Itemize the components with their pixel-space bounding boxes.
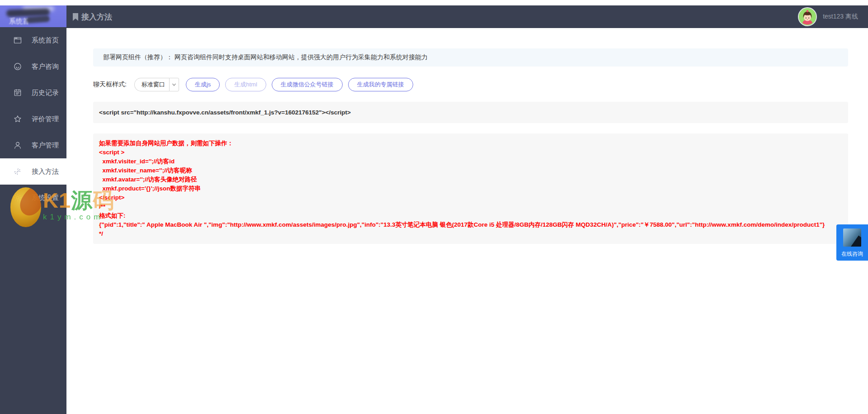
connect-icon: [13, 167, 22, 176]
code-line: */: [99, 229, 842, 238]
sidebar-item-reviews[interactable]: 评价管理: [0, 106, 66, 132]
consult-label: 在线咨询: [841, 250, 863, 258]
chat-style-row: 聊天框样式: 标准窗口 生成js 生成html 生成微信公众号链接 生成我的专属…: [93, 78, 848, 91]
logo-censor-smudge2: [26, 15, 50, 24]
code-line: 格式如下:: [99, 211, 842, 220]
page-title-text: 接入方法: [81, 12, 112, 22]
page-title: 接入方法: [72, 12, 112, 22]
code-line: </script>: [99, 193, 842, 202]
sidebar-item-home[interactable]: 系统首页: [0, 27, 66, 53]
code-line: xmkf.visiter_id='';//访客id: [99, 157, 842, 166]
gear-icon: [13, 193, 22, 202]
top-strip: [0, 0, 868, 5]
user-status[interactable]: test123 离线: [823, 13, 858, 21]
generate-html-button[interactable]: 生成html: [225, 78, 266, 91]
sidebar-item-label: 客户咨询: [32, 62, 59, 71]
consult-thumbnail-image: [843, 228, 861, 247]
window-icon: [13, 36, 22, 45]
notebook-icon: [13, 88, 22, 97]
logo-area: 系统首: [0, 5, 66, 27]
bookmark-icon: [72, 13, 79, 21]
code-line: xmkf.avatar='';//访客头像绝对路径: [99, 175, 842, 184]
sidebar-item-label: 系统首页: [32, 36, 59, 45]
generate-exclusive-link-button[interactable]: 生成我的专属链接: [348, 78, 413, 91]
person-icon: [13, 141, 22, 150]
header-bar: 接入方法 test123 离线: [66, 5, 868, 28]
chat-style-select[interactable]: 标准窗口: [134, 78, 179, 91]
code-line: /**: [99, 202, 842, 211]
sidebar-item-label: 历史记录: [32, 89, 59, 97]
avatar[interactable]: [798, 7, 817, 26]
sidebar-item-settings[interactable]: 系统设置: [0, 185, 66, 211]
instructions-code-box: 如果需要添加自身网站用户数据，则需如下操作： <script > xmkf.vi…: [93, 133, 848, 244]
app-container: 系统首 系统首页 客户咨询 历史记录: [0, 5, 868, 414]
main-content: 部署网页组件（推荐）： 网页咨询组件同时支持桌面网站和移动网站，提供强大的用户行…: [66, 28, 868, 414]
page: { "colors": { "sidebar_bg": "#3a4052", "…: [0, 0, 868, 414]
code-line: {"pid":1,"title":" Apple MacBook Air ","…: [99, 220, 842, 229]
header-user-area: test123 离线: [798, 7, 858, 26]
right-pane: 接入方法 test123 离线: [66, 5, 868, 414]
generate-wechat-link-button[interactable]: 生成微信公众号链接: [272, 78, 343, 91]
star-icon: [13, 114, 22, 124]
sidebar-item-customers[interactable]: 客户管理: [0, 132, 66, 158]
code-line: <script >: [99, 148, 842, 157]
chevron-down-icon: [169, 78, 179, 91]
code-line: 如果需要添加自身网站用户数据，则需如下操作：: [99, 139, 842, 148]
sidebar-item-label: 客户管理: [32, 141, 59, 150]
chat-style-label: 聊天框样式:: [93, 81, 127, 89]
smiley-icon: [13, 62, 22, 71]
sidebar-item-label: 评价管理: [32, 115, 59, 124]
sidebar: 系统首 系统首页 客户咨询 历史记录: [0, 5, 66, 414]
embed-code-box: <script src="http://kanshu.fxpovve.cn/as…: [93, 102, 848, 123]
sidebar-item-access-method[interactable]: 接入方法: [0, 158, 66, 185]
chat-style-selected-value: 标准窗口: [134, 78, 169, 91]
sidebar-menu: 系统首页 客户咨询 历史记录 评价管理: [0, 27, 66, 211]
code-line: xmkf.visiter_name='';//访客昵称: [99, 166, 842, 175]
sidebar-item-label: 系统设置: [32, 194, 59, 202]
code-line: xmkf.product='{}';//json数据字符串: [99, 184, 842, 193]
online-consult-widget[interactable]: 在线咨询: [836, 224, 868, 261]
sidebar-item-label: 接入方法: [32, 167, 59, 176]
generate-js-button[interactable]: 生成js: [186, 78, 220, 91]
deploy-notice: 部署网页组件（推荐）： 网页咨询组件同时支持桌面网站和移动网站，提供强大的用户行…: [93, 48, 848, 67]
sidebar-item-history[interactable]: 历史记录: [0, 80, 66, 106]
sidebar-item-consult[interactable]: 客户咨询: [0, 53, 66, 80]
